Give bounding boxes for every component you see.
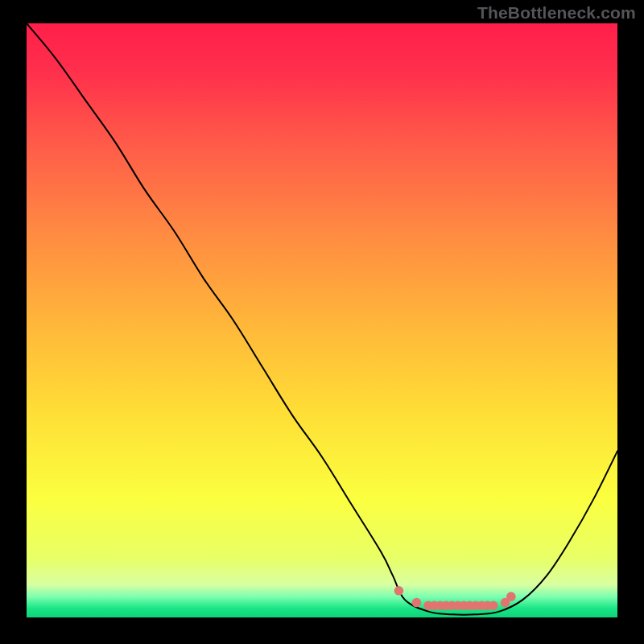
sweet-spot-dot xyxy=(506,592,516,601)
sweet-spot-dot xyxy=(394,586,404,596)
chart-stage: TheBottleneck.com xyxy=(0,0,644,644)
bottleneck-chart xyxy=(0,0,644,644)
watermark-text: TheBottleneck.com xyxy=(477,3,636,23)
plot-background xyxy=(27,23,617,617)
sweet-spot-dot xyxy=(412,598,422,608)
sweet-spot-dot xyxy=(489,601,498,610)
